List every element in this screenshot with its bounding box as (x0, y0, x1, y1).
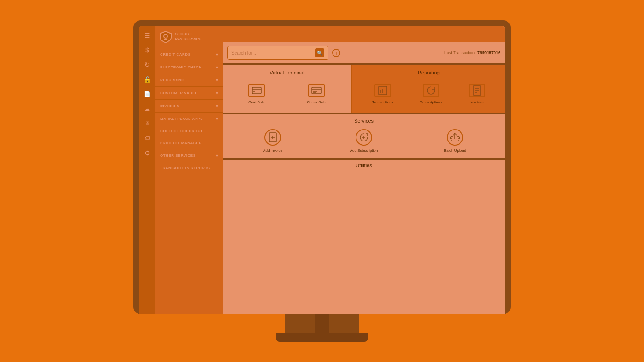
gear-icon[interactable]: ⚙ (141, 147, 153, 159)
add-subscription-item[interactable]: Add Subscription (345, 129, 382, 153)
card-sale-icon-box (248, 84, 265, 97)
dollar-icon[interactable]: $ (141, 44, 153, 56)
sidebar-item-invoices[interactable]: INVOICES ▾ (155, 100, 223, 113)
add-subscription-svg (358, 132, 369, 143)
reporting-panel: Reporting (352, 65, 505, 113)
document-icon[interactable]: 📄 (141, 88, 153, 100)
chevron-down-icon: ▾ (216, 103, 218, 108)
monitor-neck (315, 314, 329, 333)
svg-rect-1 (252, 87, 261, 94)
services-section: Services (223, 114, 505, 158)
menu-icon[interactable]: ☰ (141, 29, 153, 41)
subscriptions-icon-box (423, 84, 439, 97)
virtual-terminal-icons: Card Sale (227, 80, 347, 108)
logo-area: SECURE PAY SERVICE (155, 26, 223, 48)
services-title: Services (227, 118, 500, 124)
logo-text: SECURE PAY SERVICE (175, 32, 202, 42)
invoices-reporting-item[interactable]: Invoices (469, 84, 485, 104)
sidebar-nav: SECURE PAY SERVICE CREDIT CARDS ▾ ELECTR… (155, 26, 223, 314)
add-invoice-item[interactable]: Add Invoice (254, 129, 291, 153)
search-button[interactable]: 🔍 (315, 48, 324, 57)
panels-row: Virtual Terminal (223, 65, 505, 113)
transactions-icon (377, 85, 388, 96)
info-icon[interactable]: i (332, 49, 340, 57)
check-sale-icon-box (308, 84, 325, 97)
subscriptions-icon (426, 85, 437, 96)
card-sale-item[interactable]: Card Sale (248, 84, 265, 104)
chevron-down-icon: ▾ (216, 116, 218, 121)
services-grid: Add Invoice (227, 127, 500, 154)
tag-icon[interactable]: 🏷 (141, 132, 153, 144)
sidebar-item-electronic-check[interactable]: ELECTRONIC CHECK ▾ (155, 61, 223, 74)
last-transaction-label: Last Transaction (444, 51, 475, 55)
sidebar-item-product-manager[interactable]: PRODUCT MANAGER (155, 137, 223, 149)
card-sale-icon (251, 85, 262, 96)
sidebar-icon-strip: ☰ $ ↻ 🔒 📄 ☁ 🖥 🏷 ⚙ (139, 26, 155, 314)
invoices-reporting-label: Invoices (470, 100, 483, 104)
sidebar-item-collect-checkout[interactable]: COLLECT CHECKOUT (155, 125, 223, 137)
batch-upload-icon (447, 129, 463, 146)
lock-icon[interactable]: 🔒 (141, 74, 153, 85)
batch-upload-label: Batch Upload (444, 148, 466, 153)
monitor-stand (285, 314, 359, 342)
check-sale-icon (311, 85, 322, 96)
invoices-reporting-icon-box (469, 84, 485, 97)
add-subscription-icon (356, 129, 372, 146)
add-invoice-icon (264, 129, 281, 146)
invoices-reporting-icon (472, 85, 483, 96)
virtual-terminal-title: Virtual Terminal (227, 70, 347, 75)
sidebar-item-credit-cards[interactable]: CREDIT CARDS ▾ (155, 48, 223, 61)
search-input[interactable] (231, 51, 315, 56)
chevron-down-icon: ▾ (216, 65, 218, 70)
add-subscription-label: Add Subscription (350, 148, 378, 153)
batch-upload-item[interactable]: Batch Upload (437, 129, 473, 153)
chevron-down-icon: ▾ (216, 52, 218, 57)
utilities-title: Utilities (227, 163, 500, 168)
sidebar-item-recurring[interactable]: RECURRING ▾ (155, 74, 223, 87)
monitor-icon[interactable]: 🖥 (141, 118, 153, 130)
sidebar-item-customer-vault[interactable]: CUSTOMER VAULT ▾ (155, 87, 223, 100)
last-transaction-area: Last Transaction 7959187916 (444, 51, 500, 55)
top-bar (223, 26, 505, 42)
transactions-icon-box (374, 84, 391, 97)
recurring-icon[interactable]: ↻ (141, 59, 153, 71)
subscriptions-label: Subscriptions (420, 100, 442, 104)
logo-shield-icon (159, 30, 172, 43)
subscriptions-item[interactable]: Subscriptions (420, 84, 442, 104)
transactions-item[interactable]: Transactions (372, 84, 393, 104)
main-content: 🔍 i Last Transaction 7959187916 (223, 26, 505, 314)
sidebar-item-marketplace-apps[interactable]: MARKETPLACE APPS ▾ (155, 113, 223, 125)
chevron-down-icon: ▾ (216, 78, 218, 83)
search-box: 🔍 (227, 46, 328, 60)
card-sale-label: Card Sale (248, 100, 265, 104)
check-sale-label: Check Sale (307, 100, 326, 104)
transactions-label: Transactions (372, 100, 393, 104)
sidebar-item-transaction-reports[interactable]: TRANSACTION REPORTS (155, 162, 223, 174)
reporting-icons: Transactions (357, 80, 500, 108)
virtual-terminal-panel: Virtual Terminal (223, 65, 352, 113)
sidebar-item-other-services[interactable]: OTHER SERVICES ▾ (155, 149, 223, 162)
reporting-title: Reporting (357, 70, 500, 75)
utilities-section: Utilities (223, 160, 505, 171)
add-invoice-svg (267, 132, 278, 143)
monitor-base (276, 333, 368, 342)
add-invoice-label: Add Invoice (263, 148, 282, 153)
batch-upload-svg (449, 132, 460, 143)
cloud-icon[interactable]: ☁ (141, 103, 153, 115)
chevron-down-icon: ▾ (216, 90, 218, 96)
chevron-down-icon: ▾ (216, 153, 218, 158)
search-bar-area: 🔍 i Last Transaction 7959187916 (223, 42, 505, 63)
check-sale-item[interactable]: Check Sale (307, 84, 326, 104)
last-transaction-id: 7959187916 (477, 51, 500, 55)
